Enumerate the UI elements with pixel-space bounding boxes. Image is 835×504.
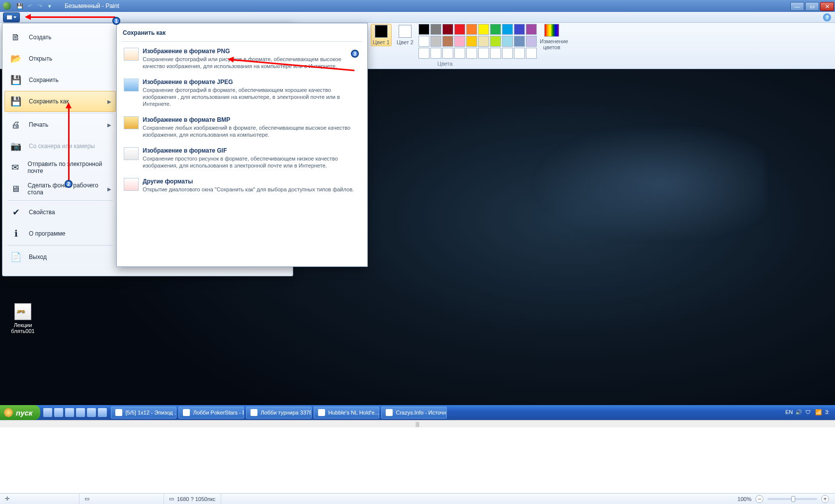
zoom-in-button[interactable]: + <box>821 495 829 503</box>
taskbar-button[interactable]: Лобби PokerStars - П... <box>178 407 244 419</box>
format-icon <box>124 116 139 129</box>
color1-picker[interactable]: Цвет 1 <box>371 24 392 46</box>
palette-swatch[interactable] <box>514 24 525 35</box>
palette-swatch[interactable] <box>514 48 525 59</box>
palette-swatch[interactable] <box>418 48 429 59</box>
save-as-format-item[interactable]: Изображение в формате BMP Сохранение люб… <box>122 113 362 144</box>
ql-icon[interactable] <box>98 408 107 417</box>
tray-icon[interactable]: 🛡 <box>805 409 812 416</box>
ql-icon[interactable] <box>87 408 96 417</box>
tray-icon[interactable]: 🔊 <box>795 409 802 416</box>
file-menu-item[interactable]: 💾 Сохранить <box>4 70 116 90</box>
palette-swatch[interactable] <box>526 48 537 59</box>
file-menu-item[interactable]: ✔ Свойства <box>4 202 116 223</box>
file-menu-item[interactable]: 🖨 Печать ▶ <box>4 114 116 135</box>
help-button[interactable]: ? <box>823 13 831 21</box>
tray-icon[interactable]: 📶 <box>815 409 822 416</box>
palette-swatch[interactable] <box>478 24 489 35</box>
file-menu-item[interactable]: ℹ О программе <box>4 223 116 244</box>
zoom-thumb[interactable] <box>791 496 795 502</box>
save-as-format-item[interactable]: Другие форматы Открытие диалогового окна… <box>122 175 362 199</box>
file-menu-item-label: Свойства <box>29 209 55 216</box>
palette-swatch[interactable] <box>454 24 465 35</box>
palette-swatch[interactable] <box>430 36 441 47</box>
desktop-shortcut[interactable]: Лекции блять001 <box>8 303 38 334</box>
annotation-bubble-3: 3 <box>351 50 359 58</box>
submenu-arrow-icon: ▶ <box>107 99 111 104</box>
palette-swatch[interactable] <box>502 48 513 59</box>
edit-colors-button[interactable]: Изменение цветов <box>540 24 564 50</box>
file-menu-button[interactable] <box>3 12 20 22</box>
taskbar-button[interactable]: Лобби турнира 3378... <box>246 407 312 419</box>
palette-swatch[interactable] <box>454 48 465 59</box>
tray-lang[interactable]: EN <box>785 409 792 416</box>
file-menu-item[interactable]: 🖥 Сделать фоном рабочего стола ▶ <box>4 178 116 199</box>
palette-swatch[interactable] <box>442 24 453 35</box>
palette-swatch[interactable] <box>478 48 489 59</box>
palette-swatch[interactable] <box>502 24 513 35</box>
file-menu-item[interactable]: 📄 Выход <box>4 247 116 267</box>
ql-icon[interactable] <box>54 408 63 417</box>
palette-swatch[interactable] <box>514 36 525 47</box>
palette-swatch[interactable] <box>466 36 477 47</box>
status-bar: ✛ ▭ ▭1680 ? 1050пкс 100% − + const data … <box>0 493 835 504</box>
format-desc: Сохранение фотографий в формате, обеспеч… <box>143 86 360 107</box>
file-menu-item-label: Создать <box>29 34 52 41</box>
save-as-format-item[interactable]: Изображение в формате JPEG Сохранение фо… <box>122 76 362 113</box>
palette-swatch[interactable] <box>442 36 453 47</box>
palette-swatch[interactable] <box>466 24 477 35</box>
minimize-button[interactable]: — <box>790 2 804 11</box>
title-bar: 💾 ↶ ↷ ▾ Безымянный - Paint — ▭ ✕ <box>0 0 835 12</box>
maximize-button[interactable]: ▭ <box>805 2 819 11</box>
desktop-shortcut-label2: блять001 <box>8 328 38 334</box>
palette-swatch[interactable] <box>430 48 441 59</box>
palette-swatch[interactable] <box>490 36 501 47</box>
file-menu-item-icon: ✉ <box>9 161 22 174</box>
zoom-value: 100% <box>738 496 752 502</box>
palette-swatch[interactable] <box>490 48 501 59</box>
format-icon <box>124 147 139 160</box>
qat-undo-icon[interactable]: ↶ <box>26 2 34 9</box>
taskbar-button[interactable]: [5/5] 1x12 - Эпизод ... <box>111 407 176 419</box>
file-menu-item-icon: ℹ <box>9 227 23 241</box>
colors-group-label: Цвета <box>437 61 453 67</box>
qat-save-icon[interactable]: 💾 <box>16 2 24 9</box>
file-menu-item[interactable]: ✉ Отправить по электронной почте <box>4 157 116 178</box>
zoom-slider[interactable] <box>767 498 817 500</box>
canvas-content <box>507 129 765 238</box>
ql-icon[interactable] <box>76 408 85 417</box>
color2-picker[interactable]: Цвет 2 <box>395 24 416 45</box>
file-menu-item[interactable]: 🗎 Создать <box>4 27 116 48</box>
ql-icon[interactable] <box>65 408 74 417</box>
taskbar-button[interactable]: Crazys.Info - Источн... <box>381 407 447 419</box>
palette-swatch[interactable] <box>430 24 441 35</box>
tray-clock[interactable]: 3: <box>825 409 832 416</box>
palette-swatch[interactable] <box>502 36 513 47</box>
palette-swatch[interactable] <box>490 24 501 35</box>
horizontal-scrollbar[interactable]: ||| <box>0 420 835 427</box>
annotation-bubble-1: 1 <box>112 17 120 25</box>
file-menu-item[interactable]: 📂 Открыть <box>4 48 116 69</box>
close-button[interactable]: ✕ <box>820 2 834 11</box>
format-icon <box>124 79 139 91</box>
palette-swatch[interactable] <box>478 36 489 47</box>
save-as-format-item[interactable]: Изображение в формате GIF Сохранение про… <box>122 144 362 175</box>
palette-swatch[interactable] <box>526 24 537 35</box>
annotation-arrow-1 <box>26 16 115 18</box>
start-button[interactable]: пуск <box>0 405 40 420</box>
palette-swatch[interactable] <box>442 48 453 59</box>
ql-icon[interactable] <box>43 408 52 417</box>
taskbar-app-icon <box>115 409 122 416</box>
zoom-out-button[interactable]: − <box>755 495 763 503</box>
qat-customize-icon[interactable]: ▾ <box>46 2 54 9</box>
qat-redo-icon[interactable]: ↷ <box>36 2 44 9</box>
palette-swatch[interactable] <box>418 36 429 47</box>
file-menu-item-label: Выход <box>29 253 47 260</box>
palette-swatch[interactable] <box>526 36 537 47</box>
taskbar-button[interactable]: Hubble's NL Hold'e... ... <box>314 407 379 419</box>
palette-swatch[interactable] <box>418 24 429 35</box>
file-menu-item-icon: 💾 <box>9 73 23 87</box>
palette-swatch[interactable] <box>466 48 477 59</box>
palette-swatch[interactable] <box>454 36 465 47</box>
file-menu-item[interactable]: 💾 Сохранить как ▶ <box>4 91 116 112</box>
